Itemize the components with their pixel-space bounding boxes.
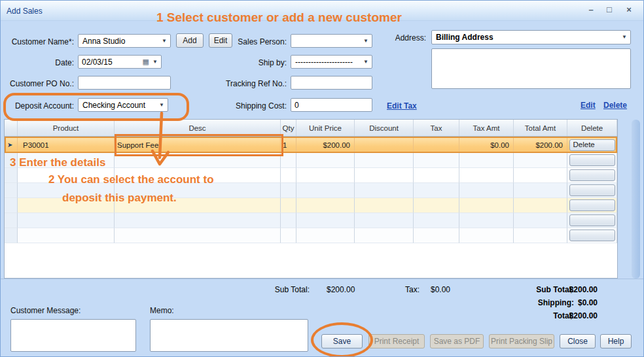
maximize-icon[interactable]: □: [603, 5, 616, 14]
window-title: Add Sales: [7, 7, 43, 16]
annotation-step2-line1: 2 You can select the account to: [48, 173, 214, 186]
close-icon[interactable]: ×: [622, 5, 635, 14]
help-button[interactable]: Help: [600, 334, 632, 348]
summary-total-value: $200.00: [554, 311, 598, 320]
edit-tax-link[interactable]: Edit Tax: [387, 101, 417, 110]
ship-by-select[interactable]: ---------------------- ▼: [291, 55, 372, 69]
col-tax: Tax: [414, 120, 459, 136]
table-scrollbar[interactable]: [632, 120, 640, 279]
address-delete-link[interactable]: Delete: [603, 101, 627, 110]
col-desc: Desc: [115, 120, 281, 136]
col-qty: Qty: [281, 120, 296, 136]
sales-person-label: Sales Person:: [210, 37, 287, 46]
date-value: 02/03/15: [82, 58, 113, 67]
address-textarea[interactable]: [431, 48, 631, 89]
chevron-down-icon: ▼: [152, 59, 158, 65]
address-label: Address:: [392, 33, 426, 42]
customer-name-value: Anna Studio: [82, 37, 125, 46]
delete-row-button[interactable]: [569, 154, 615, 166]
chevron-down-icon: ▼: [162, 38, 167, 44]
table-row-empty[interactable]: [5, 213, 617, 228]
date-label: Date:: [5, 58, 74, 67]
cell-product[interactable]: P30001: [18, 137, 115, 153]
table-row-empty[interactable]: [5, 228, 617, 243]
col-unit-price: Unit Price: [296, 120, 355, 136]
tracking-ref-input[interactable]: [291, 76, 372, 90]
cell-delete: Delete: [567, 137, 617, 153]
row-pointer-icon: ➤: [5, 137, 18, 153]
close-button[interactable]: Close: [560, 334, 596, 348]
cell-desc[interactable]: Support Fee: [115, 137, 281, 153]
ship-by-value: ----------------------: [295, 58, 353, 67]
save-as-pdf-button: Save as PDF: [430, 334, 484, 348]
table-row-selected[interactable]: ➤ P30001 Support Fee 1 $200.00 $0.00 $20…: [5, 137, 617, 153]
delete-row-button[interactable]: [569, 199, 615, 211]
annotation-step2-line2: deposit this payment.: [62, 192, 177, 205]
ship-by-label: Ship by:: [210, 58, 287, 67]
subtotal-label: Sub Total:: [268, 285, 310, 294]
col-product: Product: [18, 120, 115, 136]
delete-row-button[interactable]: Delete: [569, 139, 615, 151]
tax-label: Tax:: [393, 285, 420, 294]
customer-po-input[interactable]: [78, 76, 171, 90]
add-sales-window: Add Sales – □ × 1 Select customer or add…: [0, 0, 644, 357]
footer-divider: [1, 279, 644, 279]
address-value: Billing Address: [436, 33, 493, 42]
col-delete: Delete: [567, 120, 617, 136]
customer-name-label: Customer Name*:: [5, 37, 74, 46]
deposit-account-select[interactable]: Checking Account ▼: [78, 98, 168, 112]
customer-message-label: Customer Message:: [10, 306, 80, 315]
annotation-step3: 3 Enter the details: [10, 156, 105, 169]
shipping-cost-input[interactable]: 0: [291, 98, 372, 112]
deposit-account-label: Deposit Account:: [5, 101, 74, 110]
row-indicator-header: [5, 120, 18, 136]
table-header-row: Product Desc Qty Unit Price Discount Tax…: [5, 120, 617, 137]
memo-label: Memo:: [150, 306, 174, 315]
cell-total-amt[interactable]: $200.00: [514, 137, 567, 153]
delete-row-button[interactable]: [569, 169, 615, 181]
address-edit-link[interactable]: Edit: [581, 101, 596, 110]
tax-value: $0.00: [431, 285, 450, 294]
tracking-ref-label: Tracking Ref No.:: [210, 79, 287, 88]
chevron-down-icon: ▼: [159, 102, 164, 108]
cell-unit-price[interactable]: $200.00: [296, 137, 355, 153]
customer-name-select[interactable]: Anna Studio ▼: [78, 34, 171, 48]
summary-subtotal-value: $200.00: [554, 285, 598, 294]
shipping-cost-value: 0: [295, 101, 299, 110]
col-total-amt: Total Amt: [514, 120, 567, 136]
customer-message-textarea[interactable]: [10, 319, 136, 352]
minimize-icon[interactable]: –: [584, 5, 598, 14]
summary-shipping-value: $0.00: [554, 298, 598, 307]
cell-discount[interactable]: [355, 137, 414, 153]
delete-row-button[interactable]: [569, 214, 615, 226]
save-button[interactable]: Save: [321, 334, 363, 348]
col-tax-amt: Tax Amt: [459, 120, 514, 136]
shipping-cost-label: Shipping Cost:: [210, 101, 287, 110]
print-packing-slip-button: Print Packing Slip: [489, 334, 554, 348]
add-customer-button[interactable]: Add: [176, 33, 204, 48]
cell-tax-amt[interactable]: $0.00: [459, 137, 514, 153]
memo-textarea[interactable]: [150, 319, 308, 352]
print-receipt-button: Print Receipt: [368, 334, 425, 348]
delete-row-button[interactable]: [569, 230, 615, 241]
calendar-icon: ▦: [143, 58, 149, 66]
chevron-down-icon: ▼: [363, 59, 368, 65]
date-input[interactable]: 02/03/15 ▦ ▼: [78, 55, 162, 69]
cell-tax[interactable]: [414, 137, 459, 153]
annotation-step1: 1 Select customer or add a new customer: [156, 10, 402, 25]
sales-person-select[interactable]: ▼: [291, 34, 372, 48]
chevron-down-icon: ▼: [622, 34, 627, 40]
cell-qty[interactable]: 1: [281, 137, 296, 153]
deposit-account-value: Checking Account: [82, 101, 145, 110]
delete-row-button[interactable]: [569, 184, 615, 196]
subtotal-value: $200.00: [327, 285, 355, 294]
col-discount: Discount: [355, 120, 414, 136]
address-select[interactable]: Billing Address ▼: [431, 30, 631, 44]
chevron-down-icon: ▼: [363, 38, 368, 44]
customer-po-label: Customer PO No.:: [5, 79, 74, 88]
